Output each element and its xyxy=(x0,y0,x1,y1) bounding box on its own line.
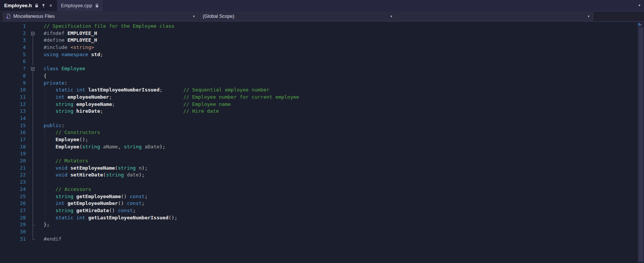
line-content[interactable]: int getEmployeeNumber() const; xyxy=(36,200,638,207)
line-content[interactable]: { xyxy=(36,72,638,80)
fold-margin[interactable] xyxy=(30,65,36,72)
code-line[interactable]: 31#endif xyxy=(0,236,638,243)
scrollbar-thumb[interactable] xyxy=(639,27,643,262)
code-line[interactable]: 23 xyxy=(0,179,638,186)
outline-line xyxy=(33,108,33,115)
line-content[interactable]: void setHireDate(string date); xyxy=(36,172,638,179)
line-content[interactable]: private: xyxy=(36,80,638,87)
line-content[interactable]: // Mutators xyxy=(36,157,638,165)
code-line[interactable]: 8{ xyxy=(0,72,638,80)
line-content[interactable]: string getHireDate() const; xyxy=(36,207,638,214)
code-line[interactable]: 15public: xyxy=(0,122,638,129)
fold-margin[interactable] xyxy=(30,30,36,37)
code-line[interactable]: 11 int employeeNumber; // Employee numbe… xyxy=(0,94,638,101)
code-token: // Constructors xyxy=(55,129,100,135)
collapse-icon[interactable] xyxy=(31,67,35,71)
line-content[interactable]: string getEmployeeName() const; xyxy=(36,193,638,200)
fold-margin xyxy=(30,179,36,186)
tab-employee-cpp[interactable]: Employee.cpp xyxy=(57,0,104,11)
line-content[interactable]: #include <string> xyxy=(36,44,638,51)
scope-dropdown[interactable]: (Global Scope) ▼ xyxy=(200,13,396,20)
code-token xyxy=(58,52,61,57)
code-line[interactable]: 27 string getHireDate() const; xyxy=(0,207,638,214)
line-content[interactable]: public: xyxy=(36,122,638,129)
line-number: 9 xyxy=(0,80,30,87)
line-content[interactable]: // Specification file for the Employee c… xyxy=(36,23,638,30)
outline-line xyxy=(33,150,33,157)
code-line[interactable]: 6 xyxy=(0,58,638,65)
code-line[interactable]: 1// Specification file for the Employee … xyxy=(0,23,638,30)
code-line[interactable]: 10 static int lastEmployeeNumberIssued; … xyxy=(0,87,638,94)
scope-dropdown-value: (Global Scope) xyxy=(203,14,234,19)
line-content[interactable]: static int getLastEmployeeNumberIssued()… xyxy=(36,214,638,222)
code-line[interactable]: 16 // Constructors xyxy=(0,129,638,136)
line-content[interactable]: class Employee xyxy=(36,65,638,72)
code-line[interactable]: 9private: xyxy=(0,80,638,87)
code-line[interactable]: 4#include <string> xyxy=(0,44,638,51)
code-area[interactable]: 1// Specification file for the Employee … xyxy=(0,22,638,263)
code-line[interactable]: 30 xyxy=(0,228,638,236)
file-icon xyxy=(6,14,11,19)
code-token: : xyxy=(65,80,68,86)
collapse-icon[interactable] xyxy=(31,32,35,35)
line-content[interactable]: #ifndef EMPLOYEE_H xyxy=(36,30,638,37)
line-content[interactable]: string hireDate; // Hire date xyxy=(36,108,638,115)
code-line[interactable]: 26 int getEmployeeNumber() const; xyxy=(0,200,638,207)
code-line[interactable]: 17 Employee(); xyxy=(0,136,638,143)
code-line[interactable]: 18 Employee(string aName, string aDate); xyxy=(0,143,638,151)
line-content[interactable] xyxy=(36,228,638,236)
code-token: int xyxy=(76,87,85,93)
code-line[interactable]: 19 xyxy=(0,150,638,157)
line-content[interactable]: Employee(); xyxy=(36,136,638,143)
line-content[interactable]: static int lastEmployeeNumberIssued; // … xyxy=(36,87,638,94)
code-line[interactable]: 12 string employeeName; // Employee name xyxy=(0,101,638,108)
code-line[interactable]: 5using namespace std; xyxy=(0,51,638,58)
code-token: Employee xyxy=(55,137,79,142)
fold-margin xyxy=(30,37,36,44)
member-dropdown[interactable]: ▼ xyxy=(397,13,593,20)
line-content[interactable]: string employeeName; // Employee name xyxy=(36,101,638,108)
code-line[interactable]: 20 // Mutators xyxy=(0,157,638,165)
line-content[interactable]: #define EMPLOYEE_H xyxy=(36,37,638,44)
line-content[interactable]: // Accessors xyxy=(36,186,638,193)
tab-employee-h[interactable]: Employee.h × xyxy=(0,0,57,11)
line-content[interactable]: Employee(string aName, string aDate); xyxy=(36,143,638,151)
line-content[interactable]: // Constructors xyxy=(36,129,638,136)
line-content[interactable]: void setEmployeeName(string n); xyxy=(36,165,638,172)
code-line[interactable]: 7class Employee xyxy=(0,65,638,72)
project-dropdown[interactable]: Miscellaneous Files ▼ xyxy=(3,13,198,20)
line-content[interactable] xyxy=(36,150,638,157)
code-line[interactable]: 13 string hireDate; // Hire date xyxy=(0,108,638,115)
code-line[interactable]: 24 // Accessors xyxy=(0,186,638,193)
code-line[interactable]: 3#define EMPLOYEE_H xyxy=(0,37,638,44)
line-content[interactable]: int employeeNumber; // Employee number f… xyxy=(36,94,638,101)
code-line[interactable]: 28 static int getLastEmployeeNumberIssue… xyxy=(0,214,638,222)
chevron-down-icon[interactable]: ▼ xyxy=(587,15,590,18)
code-line[interactable]: 25 string getEmployeeName() const; xyxy=(0,193,638,200)
indent-guide xyxy=(45,136,45,143)
line-content[interactable] xyxy=(36,115,638,122)
close-icon[interactable]: × xyxy=(48,3,52,8)
code-line[interactable]: 14 xyxy=(0,115,638,122)
pin-icon[interactable] xyxy=(41,3,46,8)
line-number: 26 xyxy=(0,200,30,207)
code-token: // Employee number for current employee xyxy=(183,94,299,100)
code-token xyxy=(44,165,55,171)
code-token xyxy=(44,200,55,206)
code-token: string xyxy=(118,165,136,171)
outline-line xyxy=(33,129,33,136)
code-line[interactable]: 2#ifndef EMPLOYEE_H xyxy=(0,30,638,37)
vertical-scrollbar[interactable]: ▲ xyxy=(638,22,644,263)
chevron-down-icon[interactable]: ▼ xyxy=(390,15,393,18)
line-content[interactable] xyxy=(36,58,638,65)
document-list-chevron-icon[interactable]: ▼ xyxy=(635,4,644,7)
line-content[interactable]: }; xyxy=(36,221,638,228)
line-content[interactable]: #endif xyxy=(36,236,638,243)
fold-margin xyxy=(30,101,36,108)
chevron-down-icon[interactable]: ▼ xyxy=(192,15,195,18)
code-line[interactable]: 22 void setHireDate(string date); xyxy=(0,172,638,179)
code-line[interactable]: 21 void setEmployeeName(string n); xyxy=(0,165,638,172)
line-content[interactable] xyxy=(36,179,638,186)
line-content[interactable]: using namespace std; xyxy=(36,51,638,58)
code-line[interactable]: 29}; xyxy=(0,221,638,228)
